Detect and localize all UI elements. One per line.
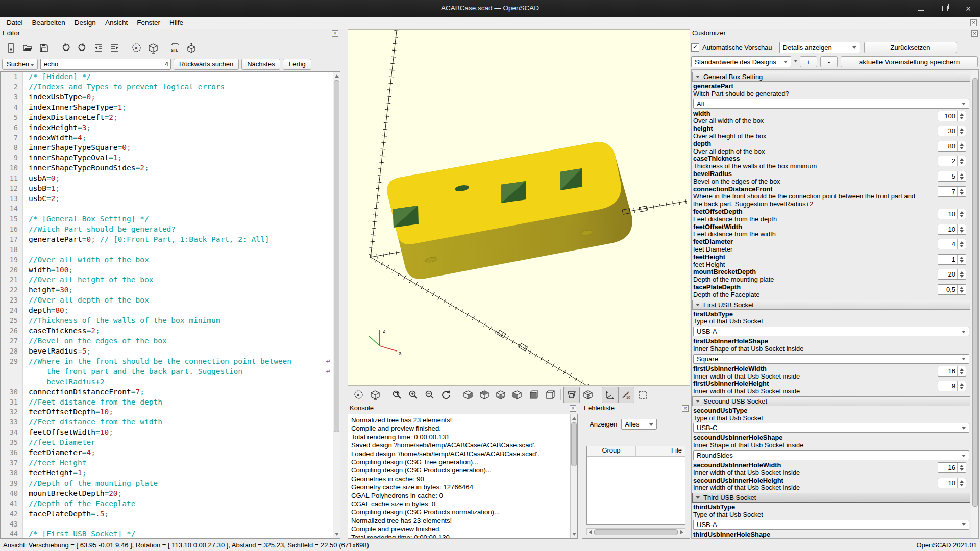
section-first-usb-socket[interactable]: First USB Socket: [692, 300, 970, 310]
scrollbar-thumb[interactable]: [594, 529, 678, 535]
unindent-button[interactable]: [90, 40, 107, 56]
spin-buttons[interactable]: [957, 156, 966, 166]
view-top-button[interactable]: [476, 387, 493, 403]
feetDiameter-spinbox[interactable]: 4: [938, 239, 966, 249]
render-button[interactable]: [145, 40, 161, 56]
save-button[interactable]: [36, 40, 52, 56]
print-3d-button[interactable]: [183, 40, 200, 56]
zoom-all-button[interactable]: [389, 387, 405, 403]
firstUsbInnerHoleHeight-spinbox[interactable]: 9: [938, 381, 966, 391]
viewport-3d[interactable]: z x: [348, 29, 690, 386]
firstUsbInnerHoleWidth-spinbox[interactable]: 16: [938, 366, 966, 377]
search-backward-button[interactable]: Rückwärts suchen: [174, 59, 239, 70]
orthographic-button[interactable]: [580, 387, 596, 403]
spin-buttons[interactable]: [957, 285, 966, 294]
console-log[interactable]: Normalized tree has 23 elements!Compile …: [348, 414, 578, 539]
add-preset-button[interactable]: +: [800, 56, 817, 67]
facePlateDepth-spinbox[interactable]: 0,5: [938, 284, 966, 295]
restore-button[interactable]: [933, 0, 957, 17]
save-preset-button[interactable]: aktuelle Voreinstellung speichern: [841, 56, 978, 67]
show-scale-markers-button[interactable]: 10: [618, 387, 634, 403]
connectionDistanceFront-spinbox[interactable]: 7: [938, 186, 966, 197]
toolbar-close-icon[interactable]: ×: [970, 19, 977, 26]
width-spinbox[interactable]: 100: [938, 111, 966, 121]
spin-buttons[interactable]: [957, 141, 966, 151]
mountBrecketDepth-spinbox[interactable]: 20: [938, 269, 966, 280]
secoundUsbInnerHoleWidth-spinbox[interactable]: 16: [938, 462, 966, 473]
new-file-button[interactable]: [3, 40, 19, 56]
preview-button[interactable]: »: [351, 387, 367, 403]
search-input[interactable]: [40, 59, 171, 70]
section-general-box-setting[interactable]: General Box Setting: [692, 72, 970, 82]
spin-buttons[interactable]: [957, 171, 966, 181]
feetOffsetDepth-spinbox[interactable]: 10: [938, 209, 966, 219]
code-editor[interactable]: 1/* [Hidden] */2//Indexs and Types to pr…: [0, 71, 340, 539]
open-button[interactable]: [19, 40, 36, 56]
column-file[interactable]: File: [636, 446, 685, 456]
secoundUsbType-dropdown[interactable]: USB-C: [693, 423, 969, 433]
view-back-button[interactable]: [542, 387, 558, 403]
auto-preview-checkbox[interactable]: ✓ Automatische Vorschau: [691, 43, 772, 52]
spin-buttons[interactable]: [957, 269, 966, 279]
search-next-button[interactable]: Nächstes: [241, 59, 280, 70]
errorlist-close-icon[interactable]: ×: [682, 405, 689, 412]
firstUsbInnerHoleShape-dropdown[interactable]: Square: [693, 354, 969, 364]
spin-buttons[interactable]: [957, 239, 966, 249]
menu-design[interactable]: Design: [70, 17, 101, 28]
indent-button[interactable]: [107, 40, 123, 56]
redo-button[interactable]: [74, 40, 90, 56]
height-spinbox[interactable]: 30: [938, 126, 966, 136]
secoundUsbInnerHoleHeight-spinbox[interactable]: 10: [938, 478, 966, 488]
view-front-button[interactable]: [525, 387, 542, 403]
bevelRadius-spinbox[interactable]: 5: [938, 171, 966, 182]
section-secound-usb-socket[interactable]: Secound USB Socket: [692, 396, 970, 406]
view-left-button[interactable]: [509, 387, 525, 403]
preset-dropdown[interactable]: Standardwerte des Designs: [691, 56, 791, 67]
spin-buttons[interactable]: [957, 126, 966, 136]
console-close-icon[interactable]: ×: [570, 405, 576, 412]
editor-close-icon[interactable]: ×: [332, 30, 338, 37]
scrollbar-thumb[interactable]: [972, 78, 978, 507]
caseThickness-spinbox[interactable]: 2: [938, 156, 966, 166]
spin-buttons[interactable]: [957, 111, 966, 121]
firstUsbType-dropdown[interactable]: USB-A: [693, 327, 969, 336]
spin-buttons[interactable]: [957, 381, 966, 391]
error-filter-dropdown[interactable]: Alles: [621, 419, 657, 430]
show-axes-button[interactable]: [602, 387, 618, 403]
remove-preset-button[interactable]: -: [820, 56, 838, 67]
render-button[interactable]: [367, 387, 383, 403]
spin-buttons[interactable]: [957, 366, 966, 376]
reset-button[interactable]: Zurücksetzen: [864, 42, 957, 53]
menu-ansicht[interactable]: Ansicht: [101, 17, 132, 28]
secoundUsbInnerHoleShape-dropdown[interactable]: RoundSides: [693, 450, 969, 460]
customizer-close-icon[interactable]: ×: [971, 30, 978, 37]
search-done-button[interactable]: Fertig: [283, 59, 311, 70]
scrollbar-thumb[interactable]: [334, 80, 339, 432]
customizer-vertical-scrollbar[interactable]: [971, 70, 978, 538]
details-dropdown[interactable]: Details anzeigen: [779, 42, 860, 53]
view-right-button[interactable]: [460, 387, 476, 403]
spin-buttons[interactable]: [957, 209, 966, 219]
depth-spinbox[interactable]: 80: [938, 141, 966, 152]
feetHeight-spinbox[interactable]: 1: [938, 254, 966, 265]
menu-bearbeiten[interactable]: Bearbeiten: [28, 17, 70, 28]
column-group[interactable]: Group: [587, 446, 636, 456]
undo-button[interactable]: [58, 40, 74, 56]
spin-buttons[interactable]: [957, 478, 966, 488]
console-vertical-scrollbar[interactable]: [570, 414, 577, 538]
menu-hilfe[interactable]: Hilfe: [165, 17, 188, 28]
reset-view-button[interactable]: [438, 387, 454, 403]
zoom-in-button[interactable]: [405, 387, 422, 403]
feetOffsetWidth-spinbox[interactable]: 10: [938, 224, 966, 235]
spin-buttons[interactable]: [957, 187, 966, 196]
close-button[interactable]: ×: [957, 0, 980, 17]
thirdUsbType-dropdown[interactable]: USB-A: [693, 520, 969, 530]
view-all-button[interactable]: [634, 387, 651, 403]
preview-button[interactable]: »: [129, 40, 145, 56]
menu-fenster[interactable]: Fenster: [132, 17, 165, 28]
scrollbar-thumb[interactable]: [571, 422, 577, 466]
zoom-out-button[interactable]: [422, 387, 438, 403]
editor-vertical-scrollbar[interactable]: [333, 72, 340, 538]
errorlist-horizontal-scrollbar[interactable]: [586, 528, 685, 535]
spin-buttons[interactable]: [957, 224, 966, 234]
